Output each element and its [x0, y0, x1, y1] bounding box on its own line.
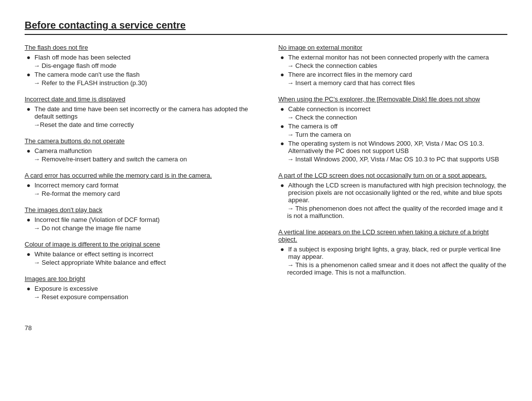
bullet-icon: ●: [27, 250, 33, 258]
section-title-card-error: A card error has occurred while the memo…: [25, 172, 254, 179]
section-title-images-playback: The images don't play back: [25, 206, 254, 214]
bullet-text: If a subject is exposing bright lights, …: [288, 246, 507, 260]
bullet-text: White balance or effect setting is incor…: [34, 250, 153, 258]
section-buttons: The camera buttons do not operate●Camera…: [25, 137, 254, 163]
section-title-colour: Colour of image is different to the orig…: [25, 241, 254, 248]
bullet-icon: ●: [27, 147, 33, 154]
arrow-item: → Install Windows 2000, XP, Vista / Mac …: [287, 155, 507, 163]
bullet-item: ●There are incorrect files in the memory…: [280, 71, 507, 78]
bullet-item: ●Cable connection is incorrect: [280, 105, 507, 113]
bullet-icon: ●: [280, 105, 287, 113]
section-title-lcd-spot: A part of the LCD screen does not occasi…: [278, 172, 507, 179]
section-title-bright: Images are too bright: [25, 275, 254, 282]
right-column: No image on external monitor●The externa…: [273, 44, 507, 309]
bullet-icon: ●: [27, 71, 33, 78]
bullet-icon: ●: [27, 54, 33, 61]
bullet-text: Although the LCD screen is manufactured …: [288, 182, 507, 204]
arrow-item: → Remove/re-insert battery and switch th…: [33, 155, 254, 163]
bullet-text: The operating system is not Windows 2000…: [288, 140, 507, 154]
section-card-error: A card error has occurred while the memo…: [25, 172, 254, 197]
bullet-text: Flash off mode has been selected: [34, 54, 131, 61]
arrow-item: → This phenomenon does not affect the qu…: [287, 205, 507, 219]
bullet-text: Incorrect memory card format: [34, 182, 119, 189]
bullet-icon: ●: [27, 105, 33, 113]
section-flash: The flash does not fire●Flash off mode h…: [25, 44, 254, 87]
section-bright: Images are too bright●Exposure is excess…: [25, 275, 254, 301]
section-title-buttons: The camera buttons do not operate: [25, 137, 254, 145]
arrow-item: → Select appropriate White balance and e…: [33, 259, 254, 266]
section-no-image: No image on external monitor●The externa…: [278, 44, 507, 87]
section-date: Incorrect date and time is displayed●The…: [25, 95, 254, 128]
section-lcd-spot: A part of the LCD screen does not occasi…: [278, 172, 507, 219]
arrow-item: →Reset the date and time correctly: [33, 121, 254, 128]
arrow-item: → Turn the camera on: [287, 131, 507, 138]
section-title-vertical-line: A vertical line appears on the LCD scree…: [278, 228, 507, 243]
section-colour: Colour of image is different to the orig…: [25, 241, 254, 266]
bullet-icon: ●: [27, 182, 33, 189]
bullet-item: ●The external monitor has not been conne…: [280, 54, 507, 61]
section-images-playback: The images don't play back●Incorrect fil…: [25, 206, 254, 232]
bullet-icon: ●: [280, 54, 287, 61]
arrow-item: → Refer to the FLASH instruction (p.30): [33, 79, 254, 87]
bullet-text: Camera malfunction: [34, 147, 92, 154]
bullet-icon: ●: [280, 246, 287, 253]
bullet-text: The external monitor has not been connec…: [288, 54, 489, 61]
bullet-item: ●Incorrect file name (Violation of DCF f…: [27, 216, 254, 223]
section-title-no-image: No image on external monitor: [278, 44, 507, 51]
bullet-item: ●Although the LCD screen is manufactured…: [280, 182, 507, 204]
section-removable: When using the PC's explorer, the [Remov…: [278, 95, 507, 163]
bullet-text: The date and time have been set incorrec…: [34, 105, 254, 120]
left-column: The flash does not fire●Flash off mode h…: [25, 44, 259, 309]
bullet-text: The camera mode can't use the flash: [34, 71, 139, 78]
bullet-item: ●The date and time have been set incorre…: [27, 105, 254, 120]
bullet-item: ●If a subject is exposing bright lights,…: [280, 246, 507, 260]
bullet-text: There are incorrect files in the memory …: [288, 71, 412, 78]
arrow-item: → This is a phenomenon called smear and …: [287, 261, 507, 276]
bullet-item: ●Exposure is excessive: [27, 285, 254, 292]
arrow-item: → Do not change the image file name: [33, 224, 254, 232]
bullet-icon: ●: [280, 182, 287, 189]
bullet-icon: ●: [280, 123, 287, 130]
bullet-item: ●Flash off mode has been selected: [27, 54, 254, 61]
arrow-item: → Check the connection cables: [287, 62, 507, 69]
section-title-removable: When using the PC's explorer, the [Remov…: [278, 95, 507, 103]
bullet-icon: ●: [27, 216, 33, 223]
arrow-item: → Re-format the memory card: [33, 190, 254, 197]
bullet-text: Cable connection is incorrect: [288, 105, 370, 113]
page-title: Before contacting a service centre: [25, 20, 507, 35]
arrow-item: → Reset exposure compensation: [33, 293, 254, 301]
section-title-date: Incorrect date and time is displayed: [25, 95, 254, 103]
bullet-item: ●Incorrect memory card format: [27, 182, 254, 189]
section-title-flash: The flash does not fire: [25, 44, 254, 51]
section-vertical-line: A vertical line appears on the LCD scree…: [278, 228, 507, 276]
bullet-icon: ●: [27, 285, 33, 292]
bullet-item: ●The camera is off: [280, 123, 507, 130]
bullet-text: Exposure is excessive: [34, 285, 98, 292]
bullet-text: Incorrect file name (Violation of DCF fo…: [34, 216, 160, 223]
bullet-icon: ●: [280, 71, 287, 78]
arrow-item: → Insert a memory card that has correct …: [287, 79, 507, 87]
bullet-text: The camera is off: [288, 123, 337, 130]
bullet-item: ●The camera mode can't use the flash: [27, 71, 254, 78]
page-number: 78: [25, 324, 507, 332]
arrow-item: → Check the connection: [287, 114, 507, 121]
bullet-item: ●The operating system is not Windows 200…: [280, 140, 507, 154]
bullet-item: ●White balance or effect setting is inco…: [27, 250, 254, 258]
arrow-item: → Dis-engage flash off mode: [33, 62, 254, 69]
bullet-icon: ●: [280, 140, 287, 147]
bullet-item: ●Camera malfunction: [27, 147, 254, 154]
